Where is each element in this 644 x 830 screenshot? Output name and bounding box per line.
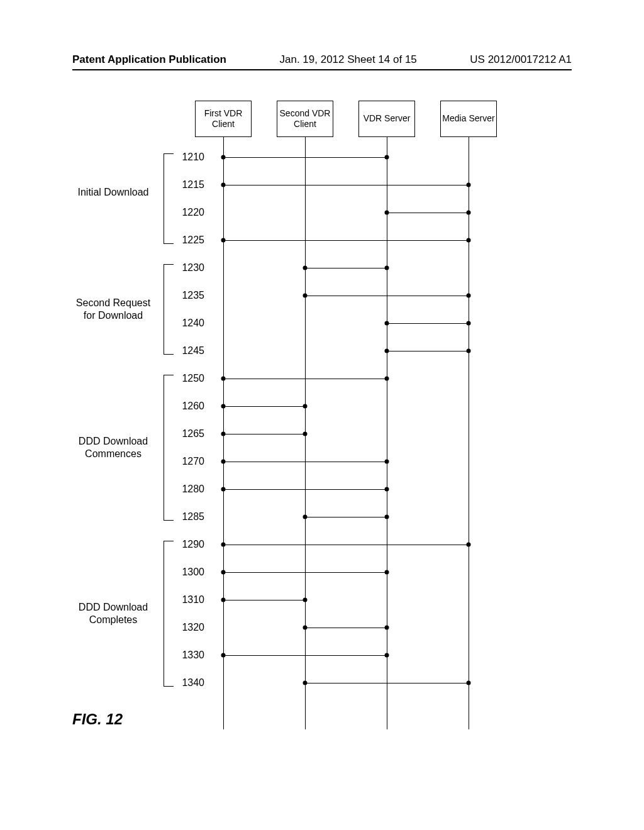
message-endpoint-icon (303, 626, 308, 630)
phase-bracket (164, 375, 174, 521)
message-line (305, 683, 469, 683)
message-endpoint-icon (221, 598, 226, 602)
message-line (305, 517, 387, 517)
message-endpoint-icon (221, 460, 226, 464)
message-endpoint-icon (221, 543, 226, 547)
message-endpoint-icon (303, 266, 308, 270)
message-endpoint-icon (303, 515, 308, 519)
message-endpoint-icon (221, 432, 226, 436)
message-endpoint-icon (467, 183, 471, 187)
phase-label: Initial Download (75, 186, 151, 199)
message-endpoint-icon (303, 681, 308, 685)
message-endpoint-icon (385, 653, 389, 658)
message-endpoint-icon (385, 487, 389, 492)
message-endpoint-icon (303, 404, 308, 409)
message-endpoint-icon (221, 238, 226, 243)
message-endpoint-icon (221, 155, 226, 160)
header-right: US 2012/0017212 A1 (470, 53, 572, 66)
phase-bracket (164, 153, 174, 244)
message-endpoint-icon (385, 515, 389, 519)
message-endpoint-icon (385, 377, 389, 381)
lifeline-line (469, 137, 469, 729)
header-center: Jan. 19, 2012 Sheet 14 of 15 (279, 53, 416, 66)
message-endpoint-icon (385, 211, 389, 215)
lifeline-line (387, 137, 387, 729)
message-endpoint-icon (385, 266, 389, 270)
sequence-diagram: First VDR ClientSecond VDR ClientVDR Ser… (72, 101, 575, 729)
message-line (305, 296, 469, 296)
message-endpoint-icon (467, 349, 471, 353)
message-endpoint-icon (467, 211, 471, 215)
phase-label: Second Request for Download (75, 297, 151, 322)
message-endpoint-icon (385, 626, 389, 630)
message-line (305, 628, 387, 628)
message-endpoint-icon (385, 570, 389, 575)
message-line (305, 268, 387, 268)
message-line (223, 489, 387, 490)
message-endpoint-icon (303, 432, 308, 436)
lifeline-box: Second VDR Client (277, 101, 333, 137)
lifeline-box: Media Server (440, 101, 497, 137)
message-endpoint-icon (221, 653, 226, 658)
phase-bracket (164, 541, 174, 687)
message-line (223, 157, 387, 158)
lifeline-box: First VDR Client (195, 101, 252, 137)
page-header: Patent Application Publication Jan. 19, … (72, 53, 572, 66)
message-line (223, 655, 387, 656)
message-line (387, 323, 469, 324)
phase-label: DDD Download Completes (75, 601, 151, 626)
message-endpoint-icon (303, 598, 308, 602)
message-endpoint-icon (467, 294, 471, 298)
message-line (387, 213, 469, 213)
message-line (387, 351, 469, 351)
message-line (223, 240, 469, 241)
message-endpoint-icon (467, 681, 471, 685)
header-rule (72, 69, 572, 70)
message-line (223, 545, 469, 545)
message-line (223, 379, 387, 379)
message-endpoint-icon (221, 570, 226, 575)
message-endpoint-icon (221, 183, 226, 187)
message-line (223, 185, 469, 185)
phase-bracket (164, 264, 174, 355)
message-endpoint-icon (385, 321, 389, 326)
phase-label: DDD Download Commences (75, 435, 151, 460)
message-line (223, 600, 305, 600)
message-endpoint-icon (467, 321, 471, 326)
figure-label: FIG. 12 (72, 711, 123, 728)
message-line (223, 462, 387, 462)
message-endpoint-icon (467, 543, 471, 547)
header-left: Patent Application Publication (72, 53, 226, 66)
message-endpoint-icon (221, 404, 226, 409)
lifeline-box: VDR Server (358, 101, 415, 137)
message-line (223, 434, 305, 434)
message-line (223, 572, 387, 573)
message-endpoint-icon (467, 238, 471, 243)
message-endpoint-icon (385, 155, 389, 160)
message-endpoint-icon (385, 460, 389, 464)
message-endpoint-icon (303, 294, 308, 298)
message-endpoint-icon (385, 349, 389, 353)
page: Patent Application Publication Jan. 19, … (0, 0, 644, 830)
message-line (223, 406, 305, 407)
message-endpoint-icon (221, 377, 226, 381)
message-endpoint-icon (221, 487, 226, 492)
